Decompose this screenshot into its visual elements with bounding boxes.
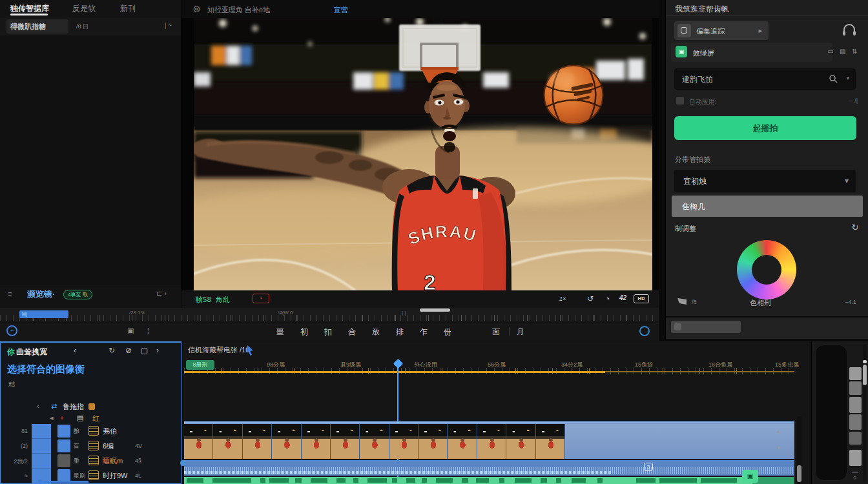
record-button[interactable] bbox=[639, 326, 650, 336]
side-vscroll-handle[interactable] bbox=[863, 365, 867, 385]
tab-new[interactable]: 新刊 bbox=[120, 3, 136, 14]
search-caret-icon[interactable]: ▾ bbox=[846, 75, 849, 81]
status-badge: 4事至 取 bbox=[63, 290, 92, 299]
toolbar-mid-icon[interactable]: ¦ bbox=[147, 327, 149, 334]
search-icon[interactable] bbox=[829, 74, 838, 83]
dropdown-option-highlighted[interactable]: 隹梅几 bbox=[672, 196, 863, 217]
toolbar-view-icon[interactable]: 月 bbox=[517, 327, 524, 338]
green-row-icon[interactable]: ▭ bbox=[827, 48, 833, 55]
hd-badge[interactable]: HD bbox=[634, 294, 649, 303]
panel-collapse-icons[interactable]: ⊏ › bbox=[156, 289, 167, 297]
panel-header-icon[interactable]: ⊘ bbox=[125, 346, 132, 355]
strip-button-1[interactable] bbox=[849, 367, 862, 380]
video-clip[interactable] bbox=[184, 421, 794, 459]
strip-button-4[interactable] bbox=[849, 414, 862, 430]
toolbar-tool-icon[interactable]: 排 bbox=[396, 327, 404, 338]
tracking-button[interactable]: 偏集追踪 ▸ bbox=[674, 21, 769, 40]
toolbar-tool-icon[interactable]: 扣 bbox=[324, 327, 332, 338]
layer-row-toggle[interactable] bbox=[57, 425, 70, 438]
subtitle-block bbox=[406, 478, 415, 483]
color-wheel[interactable] bbox=[737, 240, 796, 299]
nav-back-icon[interactable]: ‹ bbox=[37, 402, 39, 410]
contrast-icon[interactable]: ◔ bbox=[605, 294, 610, 303]
layer-row-label[interactable]: 6编 bbox=[103, 441, 114, 451]
play-arrow-icon: ▸ bbox=[758, 26, 762, 35]
media-bin-empty[interactable] bbox=[0, 35, 181, 285]
tab-effects[interactable]: 反是软 bbox=[72, 3, 96, 14]
toolbar-tool-icon[interactable]: 放 bbox=[372, 327, 380, 338]
subtab-sort-icon[interactable]: | ~ bbox=[165, 22, 172, 29]
panel-header-icon[interactable]: › bbox=[156, 346, 159, 355]
toolbar-view-icon[interactable]: 面 bbox=[492, 327, 500, 338]
primary-action-button[interactable]: 起摇拍 bbox=[674, 116, 856, 140]
wheel-left-label: /8 bbox=[692, 299, 697, 305]
subtitle-track-tail bbox=[752, 477, 794, 484]
green-row-icon[interactable]: ⇅ bbox=[852, 48, 857, 55]
toolbar-mid-icon[interactable]: ▣ bbox=[127, 327, 134, 335]
rec-badge[interactable]: ▪ bbox=[253, 294, 269, 303]
panel-header-icon[interactable]: ‹ bbox=[74, 346, 76, 355]
auto-apply-options-icon[interactable]: – /| bbox=[850, 97, 858, 104]
panel-header-icon[interactable]: ▢ bbox=[141, 346, 148, 355]
collapsed-panel[interactable] bbox=[815, 345, 847, 481]
reset-icon[interactable]: ↻ bbox=[851, 222, 859, 232]
zoom-reset-icon[interactable]: ○ bbox=[853, 474, 856, 481]
app-ruler-strip[interactable]: M| /29.1%/4(W:0| | bbox=[0, 308, 659, 321]
swap-icon[interactable]: ⇄ bbox=[51, 402, 57, 410]
mini2-icon-1[interactable]: ◂ bbox=[50, 414, 54, 422]
filmstrip-frame bbox=[536, 424, 565, 459]
export-link[interactable]: 宣营 bbox=[334, 5, 348, 15]
preset-dropdown[interactable]: 宜初烛 ▾ bbox=[674, 170, 856, 192]
layer-row-label[interactable]: 睡眠m bbox=[103, 456, 123, 466]
timeline-vscroll-handle[interactable] bbox=[797, 465, 801, 482]
horizontal-scroll-handle[interactable] bbox=[420, 308, 450, 312]
panel-header-icon[interactable]: ↻ bbox=[108, 346, 115, 355]
subtab-label[interactable]: 得微趴指糖 bbox=[10, 22, 46, 32]
search-input[interactable]: 逮韵飞笛 ▾ bbox=[674, 68, 856, 90]
track-type-badge[interactable]: ▣ bbox=[742, 470, 758, 483]
toolbar-tool-icon[interactable]: 份 bbox=[444, 327, 451, 338]
subtitle-block bbox=[353, 478, 358, 483]
layer-row-toggle[interactable] bbox=[57, 439, 70, 452]
audio-track[interactable]: 3 bbox=[184, 460, 794, 476]
toolbar-tool-icon[interactable]: 乍 bbox=[420, 327, 428, 338]
toolbar-tool-icon[interactable]: 初 bbox=[300, 327, 308, 338]
timeline-vscrollbar[interactable] bbox=[797, 416, 801, 484]
layer-row-label[interactable]: 时打9W bbox=[103, 471, 128, 481]
preview-top-bar: ◎ 知径亚理角 自补e地 宣营 bbox=[181, 0, 659, 18]
side-vscrollbar[interactable] bbox=[863, 345, 867, 481]
toolbar-tool-icon[interactable]: 合 bbox=[348, 327, 356, 338]
loop-icon[interactable]: ↺ bbox=[587, 294, 594, 303]
scroll-up-icon[interactable]: ▴ bbox=[777, 428, 780, 434]
subtitle-block bbox=[436, 478, 453, 483]
auto-apply-checkbox[interactable] bbox=[676, 97, 684, 105]
layer-row-label[interactable]: 弗伯 bbox=[103, 427, 117, 436]
layer-row-toggle[interactable] bbox=[57, 469, 70, 482]
strip-button-5[interactable] bbox=[849, 432, 862, 445]
filmstrip-frame bbox=[302, 424, 331, 459]
subtitle-block bbox=[499, 478, 504, 483]
filmstrip-frame bbox=[331, 424, 360, 459]
green-row-icon[interactable]: ▤ bbox=[840, 48, 845, 55]
mini2-grid-icon[interactable]: ▤ bbox=[77, 414, 83, 422]
ruler-selection-pill[interactable]: M| bbox=[19, 310, 68, 318]
layer-row-toggle[interactable] bbox=[57, 454, 70, 467]
scroll-down-icon[interactable]: ▾ bbox=[777, 445, 780, 451]
ratio-icon[interactable]: 42 bbox=[619, 294, 626, 301]
eyedropper-icon[interactable] bbox=[677, 298, 687, 305]
subtitle-track[interactable] bbox=[184, 477, 794, 484]
strip-button-2[interactable] bbox=[849, 381, 862, 395]
speed-icon[interactable]: 1× bbox=[559, 296, 566, 302]
video-preview[interactable]: SHRAU 2 bbox=[181, 18, 659, 290]
toolbar-tool-icon[interactable]: 畺 bbox=[276, 327, 284, 338]
headphones-icon[interactable] bbox=[842, 23, 857, 37]
track-column-bar[interactable] bbox=[32, 424, 51, 483]
footer-strip[interactable] bbox=[671, 321, 741, 333]
add-circle-button[interactable]: ＋ bbox=[6, 325, 17, 336]
tab-media-library[interactable]: 独传智据库 bbox=[10, 3, 49, 14]
strip-button-3[interactable] bbox=[849, 397, 862, 413]
menu-icon[interactable]: ≡ bbox=[8, 290, 12, 297]
panel-title: 我筑逛韭帮齿帆 bbox=[675, 4, 729, 15]
strip-button-6[interactable] bbox=[849, 450, 862, 466]
project-icon[interactable]: ◎ bbox=[193, 4, 200, 13]
